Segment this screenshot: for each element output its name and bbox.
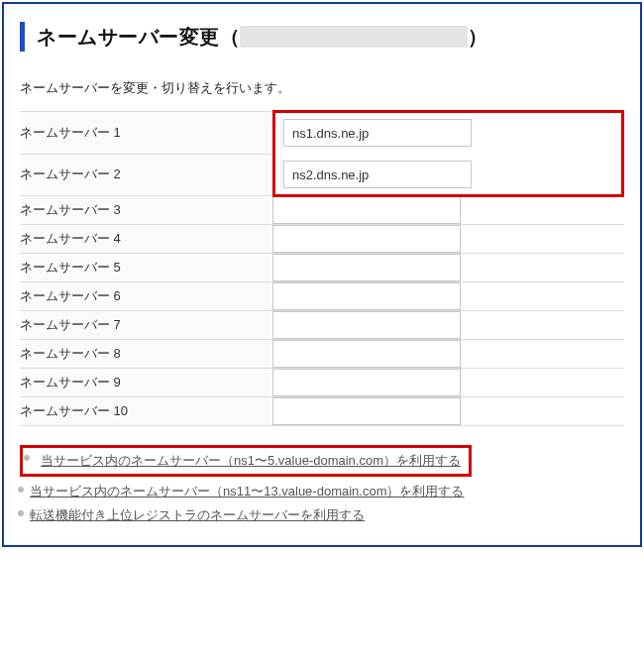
table-row: ネームサーバー 4 xyxy=(20,225,624,254)
preset-link-vd-11-13[interactable]: 当サービス内のネームサーバー（ns11〜13.value-domain.com）… xyxy=(20,484,464,498)
ns-label: ネームサーバー 8 xyxy=(20,340,272,369)
page-frame: ネームサーバー変更（） ネームサーバーを変更・切り替えを行います。 ネームサーバ… xyxy=(2,2,642,547)
ns-label: ネームサーバー 9 xyxy=(20,369,272,397)
page-title-row: ネームサーバー変更（） xyxy=(20,22,624,52)
preset-link-list: 当サービス内のネームサーバー（ns1〜5.value-domain.com）を利… xyxy=(20,442,624,527)
bullet-icon xyxy=(18,510,24,516)
ns-input-1[interactable] xyxy=(283,119,472,147)
highlight-box-icon xyxy=(272,110,624,197)
ns-input-5[interactable] xyxy=(272,254,461,281)
table-row: ネームサーバー 10 xyxy=(20,397,624,426)
page-description: ネームサーバーを変更・切り替えを行います。 xyxy=(20,79,624,97)
ns-label: ネームサーバー 4 xyxy=(20,225,272,254)
bullet-icon xyxy=(24,455,30,461)
ns-input-4[interactable] xyxy=(272,225,461,253)
ns-input-10[interactable] xyxy=(272,397,461,425)
table-row: ネームサーバー 1 xyxy=(20,112,624,155)
list-item: 転送機能付き上位レジストラのネームサーバーを利用する xyxy=(20,503,624,527)
preset-link-vd-1-5[interactable]: 当サービス内のネームサーバー（ns1〜5.value-domain.com）を利… xyxy=(25,453,461,468)
ns-label: ネームサーバー 3 xyxy=(20,196,272,225)
title-redacted-icon xyxy=(240,26,468,48)
ns-input-2[interactable] xyxy=(283,161,472,188)
table-row: ネームサーバー 6 xyxy=(20,282,624,311)
title-suffix: ） xyxy=(468,26,488,48)
ns-input-9[interactable] xyxy=(272,369,461,396)
bullet-icon xyxy=(18,487,24,493)
ns-label: ネームサーバー 1 xyxy=(20,112,272,155)
nameserver-table: ネームサーバー 1 ネームサーバー 2 ネームサーバー 3 ネームサーバー 4 xyxy=(20,111,624,426)
table-row: ネームサーバー 7 xyxy=(20,311,624,340)
ns-label: ネームサーバー 10 xyxy=(20,397,272,426)
ns-input-highlight-cell xyxy=(272,112,624,196)
ns-input-6[interactable] xyxy=(272,282,461,310)
ns-label: ネームサーバー 6 xyxy=(20,282,272,311)
ns-input-7[interactable] xyxy=(272,311,461,339)
list-item: 当サービス内のネームサーバー（ns11〜13.value-domain.com）… xyxy=(20,480,624,503)
table-row: ネームサーバー 8 xyxy=(20,340,624,369)
preset-link-registrar[interactable]: 転送機能付き上位レジストラのネームサーバーを利用する xyxy=(20,507,365,522)
table-row: ネームサーバー 9 xyxy=(20,369,624,397)
list-item: 当サービス内のネームサーバー（ns1〜5.value-domain.com）を利… xyxy=(20,442,624,480)
title-prefix: ネームサーバー変更（ xyxy=(37,26,240,48)
ns-input-3[interactable] xyxy=(272,196,461,224)
table-row: ネームサーバー 3 xyxy=(20,196,624,225)
ns-label: ネームサーバー 7 xyxy=(20,311,272,340)
table-row: ネームサーバー 5 xyxy=(20,254,624,282)
ns-input-8[interactable] xyxy=(272,340,461,368)
page-title: ネームサーバー変更（） xyxy=(37,24,488,51)
ns-label: ネームサーバー 2 xyxy=(20,154,272,196)
title-accent-bar xyxy=(20,22,25,52)
ns-label: ネームサーバー 5 xyxy=(20,254,272,282)
highlight-box-icon: 当サービス内のネームサーバー（ns1〜5.value-domain.com）を利… xyxy=(20,445,472,477)
